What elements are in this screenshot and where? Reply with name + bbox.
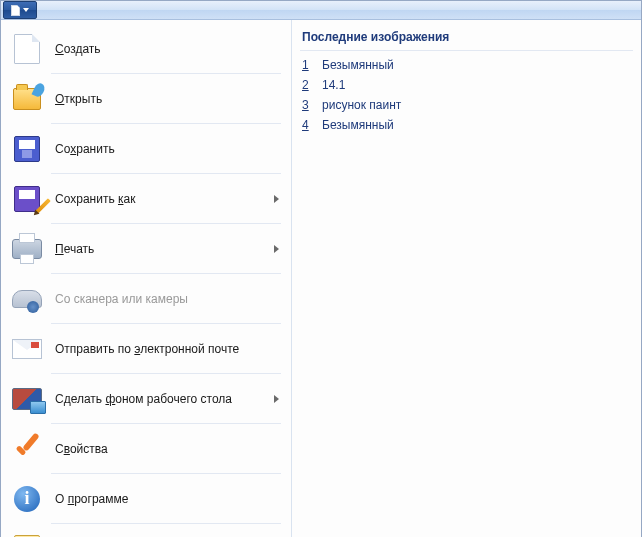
menu-column: Создать Открыть Сохранить Сохранить как [1,20,292,537]
checkmark-icon [11,433,43,465]
separator [51,73,281,74]
print-icon [11,233,43,265]
document-icon [11,5,20,16]
exit-icon [11,533,43,538]
menu-label: Сделать фоном рабочего стола [55,392,268,406]
menu-send-email[interactable]: Отправить по электронной почте [5,326,287,371]
menu-new[interactable]: Создать [5,26,287,71]
menu-label: О программе [55,492,279,506]
recent-item-name: Безымянный [322,58,394,72]
recent-item-name: Безымянный [322,118,394,132]
save-as-icon [11,183,43,215]
menu-label: Открыть [55,92,279,106]
app-menu-button[interactable] [3,1,37,19]
menu-save[interactable]: Сохранить [5,126,287,171]
separator [51,523,281,524]
recent-item[interactable]: 3рисунок паинт [300,95,633,115]
recent-item[interactable]: 1Безымянный [300,55,633,75]
open-folder-icon [11,83,43,115]
separator [51,223,281,224]
titlebar [1,1,641,20]
menu-body: Создать Открыть Сохранить Сохранить как [1,20,641,537]
submenu-arrow-icon [274,195,279,203]
app-menu-window: Создать Открыть Сохранить Сохранить как [0,0,642,537]
menu-exit[interactable]: Выход [5,526,287,537]
submenu-arrow-icon [274,245,279,253]
recent-column: Последние изображения 1Безымянный214.13р… [292,20,641,537]
menu-print[interactable]: Печать [5,226,287,271]
recent-item[interactable]: 214.1 [300,75,633,95]
separator [51,123,281,124]
menu-label: Сохранить [55,142,279,156]
menu-about[interactable]: i О программе [5,476,287,521]
recent-item-number: 4 [302,118,312,132]
menu-save-as[interactable]: Сохранить как [5,176,287,221]
desktop-wallpaper-icon [11,383,43,415]
menu-label: Отправить по электронной почте [55,342,279,356]
menu-label: Со сканера или камеры [55,292,279,306]
menu-scan: Со сканера или камеры [5,276,287,321]
separator [51,473,281,474]
recent-item[interactable]: 4Безымянный [300,115,633,135]
separator [51,273,281,274]
menu-open[interactable]: Открыть [5,76,287,121]
menu-label: Создать [55,42,279,56]
menu-label: Сохранить как [55,192,268,206]
menu-label: Свойства [55,442,279,456]
recent-list: 1Безымянный214.13рисунок паинт4Безымянны… [300,55,633,135]
recent-item-number: 3 [302,98,312,112]
recent-title: Последние изображения [300,28,633,51]
submenu-arrow-icon [274,395,279,403]
menu-wallpaper[interactable]: Сделать фоном рабочего стола [5,376,287,421]
recent-item-number: 1 [302,58,312,72]
separator [51,423,281,424]
scanner-icon [11,283,43,315]
recent-item-number: 2 [302,78,312,92]
mail-icon [11,333,43,365]
separator [51,173,281,174]
separator [51,323,281,324]
chevron-down-icon [23,8,29,12]
menu-properties[interactable]: Свойства [5,426,287,471]
menu-label: Печать [55,242,268,256]
new-file-icon [11,33,43,65]
separator [51,373,281,374]
recent-item-name: рисунок паинт [322,98,401,112]
recent-item-name: 14.1 [322,78,345,92]
info-icon: i [11,483,43,515]
save-icon [11,133,43,165]
